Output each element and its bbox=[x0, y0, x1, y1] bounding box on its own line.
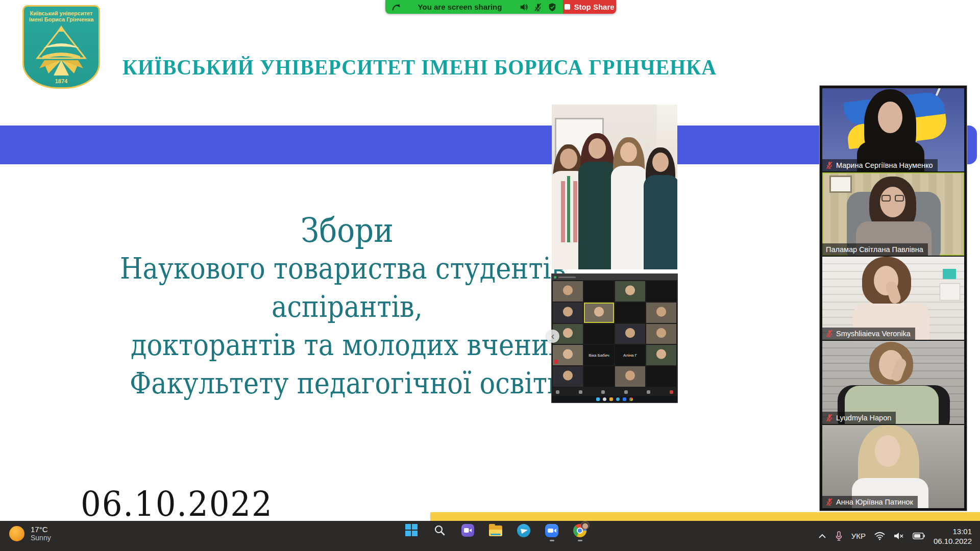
security-shield-icon[interactable] bbox=[548, 3, 557, 12]
shelf-item-white bbox=[940, 283, 960, 300]
language-indicator[interactable]: УКР bbox=[851, 532, 866, 540]
red-badge bbox=[554, 360, 558, 364]
tray-chevron-up[interactable] bbox=[818, 534, 826, 539]
mini-tile-active bbox=[584, 303, 614, 323]
mini-tile bbox=[584, 281, 614, 302]
share-arrow-icon bbox=[391, 3, 401, 12]
mini-tile bbox=[553, 366, 583, 387]
windows-icon bbox=[405, 524, 418, 536]
search-icon bbox=[433, 524, 446, 536]
mic-muted-red-icon bbox=[826, 414, 833, 422]
search-button[interactable] bbox=[432, 524, 447, 541]
mini-tile bbox=[646, 345, 676, 365]
participant-name: Паламар Світлана Павлівна bbox=[826, 245, 923, 254]
participant-video-2[interactable]: Паламар Світлана Павлівна bbox=[822, 172, 964, 256]
participant-video-5[interactable]: Анна Юріївна Патинок bbox=[822, 425, 964, 508]
sun-icon bbox=[9, 526, 24, 541]
system-tray: УКР bbox=[818, 521, 972, 551]
university-header: КИЇВСЬКИЙ УНІВЕРСИТЕТ ІМЕНІ БОРИСА ГРІНЧ… bbox=[122, 55, 735, 80]
weather-temp: 17°C bbox=[31, 525, 51, 534]
zoom-share-bar: You are screen sharing Stop Share bbox=[385, 0, 616, 14]
weather-condition: Sunny bbox=[31, 534, 51, 542]
mini-tile bbox=[584, 366, 614, 387]
share-status-pill: You are screen sharing bbox=[385, 0, 563, 14]
time: 13:01 bbox=[934, 527, 972, 536]
participant-name-label: Lyudmyla Hapon bbox=[822, 412, 896, 424]
stop-share-button[interactable]: Stop Share bbox=[563, 0, 616, 14]
chat-app-button[interactable] bbox=[460, 524, 475, 541]
participant-video-3[interactable]: Smyshliaieva Veronika bbox=[822, 257, 964, 340]
participant-name-label: Smyshliaieva Veronika bbox=[822, 328, 915, 340]
mini-tile bbox=[553, 345, 583, 365]
title-line-4: Факультету педагогічної освіти bbox=[78, 364, 617, 403]
date: 06.10.2022 bbox=[934, 536, 972, 546]
titlebar-dash bbox=[558, 277, 576, 278]
taskbar-clock[interactable]: 13:01 06.10.2022 bbox=[934, 527, 972, 546]
screenshot-os-taskbar bbox=[552, 396, 677, 403]
shelf-item-teal bbox=[943, 269, 956, 279]
university-logo: Київський університет імені Бориса Грінч… bbox=[22, 5, 100, 89]
mini-tile bbox=[646, 281, 676, 302]
mic-muted-icon[interactable] bbox=[533, 3, 543, 12]
participant-name-label: Марина Сергіївна Науменко bbox=[822, 159, 938, 171]
shared-window-edge bbox=[430, 512, 980, 521]
participant-name: Марина Сергіївна Науменко bbox=[836, 161, 933, 169]
running-indicator bbox=[550, 540, 554, 541]
weather-widget[interactable]: 17°C Sunny bbox=[9, 525, 51, 542]
title-line-3: докторантів та молодих вчених bbox=[78, 326, 617, 364]
mini-tile bbox=[584, 324, 614, 344]
logo-text-line1: Київський університет bbox=[29, 10, 94, 16]
participant-name-label: Анна Юріївна Патинок bbox=[822, 496, 918, 508]
slide-date: 06.10.2022 bbox=[81, 484, 273, 524]
participant-name-label: Паламар Світлана Павлівна bbox=[822, 243, 928, 256]
mic-muted-red-icon bbox=[826, 330, 833, 338]
mini-tile bbox=[615, 303, 645, 323]
mini-tile bbox=[646, 366, 676, 387]
mini-tile bbox=[553, 303, 583, 323]
stop-icon bbox=[565, 4, 570, 10]
screenshot-video-grid: Віка Бабич Аліна Г bbox=[552, 280, 677, 388]
participant-name: Smyshliaieva Veronika bbox=[836, 330, 911, 338]
mic-muted-red-icon bbox=[826, 161, 833, 169]
mini-tile-name: Аліна Г bbox=[615, 345, 645, 365]
logo-text-line2: імені Бориса Грінченка bbox=[29, 16, 94, 22]
chrome-button[interactable] bbox=[573, 524, 587, 541]
mini-tile bbox=[646, 324, 676, 344]
telegram-button[interactable] bbox=[517, 524, 531, 541]
running-indicator bbox=[578, 540, 582, 541]
start-button[interactable] bbox=[404, 524, 419, 541]
title-line-1: Збори bbox=[78, 211, 617, 249]
participant-video-1[interactable]: Марина Сергіївна Науменко bbox=[822, 88, 964, 171]
book-emblem-icon bbox=[33, 24, 89, 78]
volume-muted-icon[interactable] bbox=[894, 532, 904, 540]
share-status-text: You are screen sharing bbox=[406, 3, 514, 11]
participant-video-4[interactable]: Lyudmyla Hapon bbox=[822, 341, 964, 424]
mic-in-use-icon[interactable] bbox=[835, 531, 843, 541]
wifi-icon[interactable] bbox=[874, 532, 885, 540]
windows-taskbar: 17°C Sunny bbox=[0, 521, 980, 551]
mini-tile-name: Віка Бабич bbox=[584, 345, 614, 365]
zoom-camera-icon bbox=[545, 524, 558, 537]
slide-title: Збори Наукового товариства студентів, ас… bbox=[78, 211, 617, 403]
mini-tile bbox=[646, 303, 676, 323]
mini-tile bbox=[615, 281, 645, 302]
participants-video-panel: Марина Сергіївна Науменко Паламар Світла… bbox=[820, 86, 967, 511]
battery-icon[interactable] bbox=[913, 533, 925, 539]
chrome-icon bbox=[573, 524, 586, 537]
screenshot-toolbar bbox=[552, 388, 677, 396]
mini-tile bbox=[615, 324, 645, 344]
screenshot-titlebar bbox=[552, 274, 677, 280]
file-explorer-button[interactable] bbox=[488, 524, 503, 541]
folder-icon bbox=[489, 525, 502, 536]
profile-avatar bbox=[581, 521, 590, 530]
logo-year: 1874 bbox=[55, 78, 67, 84]
stop-share-label: Stop Share bbox=[574, 3, 614, 11]
participant-name: Lyudmyla Hapon bbox=[836, 414, 891, 422]
zoom-app-button[interactable] bbox=[545, 524, 559, 541]
previous-slide-arrow[interactable]: ‹ bbox=[546, 330, 559, 343]
group-photo bbox=[552, 105, 677, 269]
framed-certificate bbox=[829, 176, 852, 193]
telegram-icon bbox=[517, 524, 530, 537]
video-chat-icon bbox=[461, 524, 474, 537]
speaker-icon[interactable] bbox=[519, 3, 528, 12]
